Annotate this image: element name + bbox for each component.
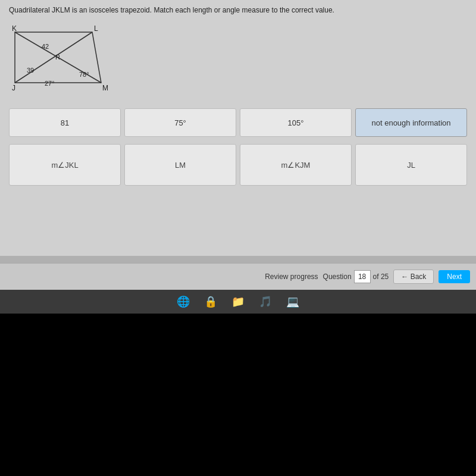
svg-text:L: L: [94, 24, 98, 33]
diagram-area: K L J M R 42 39 78° 27°: [9, 20, 467, 98]
black-space: [0, 314, 476, 476]
tile-81[interactable]: 81: [9, 108, 121, 137]
question-counter: Question 18 of 25: [323, 270, 389, 283]
svg-text:39: 39: [27, 67, 34, 74]
svg-text:27°: 27°: [45, 80, 55, 87]
bottom-bar: Review progress Question 18 of 25 ← Back…: [0, 263, 476, 290]
tile-not-enough-info[interactable]: not enough information: [355, 108, 467, 137]
question-text: Quadrilateral JKLM is an isosceles trape…: [9, 6, 467, 14]
main-content: Quadrilateral JKLM is an isosceles trape…: [0, 0, 476, 256]
review-progress-button[interactable]: Review progress: [265, 273, 318, 281]
taskbar-icon-lock[interactable]: 🔒: [202, 293, 219, 310]
drop-tiles-row: m∠JKL LM m∠KJM JL: [9, 144, 467, 186]
svg-text:R: R: [55, 54, 60, 61]
of-label: of 25: [373, 273, 389, 281]
back-button[interactable]: ← Back: [393, 270, 434, 284]
question-label: Question: [323, 273, 352, 281]
svg-text:42: 42: [42, 43, 49, 50]
trapezoid-diagram: K L J M R 42 39 78° 27°: [9, 20, 110, 98]
svg-text:K: K: [12, 24, 17, 33]
taskbar: 🌐 🔒 📁 🎵 💻: [0, 290, 476, 314]
drop-jl[interactable]: JL: [355, 144, 467, 186]
drop-lm[interactable]: LM: [124, 144, 236, 186]
taskbar-icon-system[interactable]: 💻: [284, 293, 301, 310]
drop-mkjm[interactable]: m∠KJM: [240, 144, 352, 186]
svg-text:78°: 78°: [79, 71, 89, 78]
tile-75[interactable]: 75°: [124, 108, 236, 137]
separator: [0, 256, 476, 263]
svg-text:J: J: [12, 84, 15, 92]
taskbar-icon-folder[interactable]: 📁: [230, 293, 246, 310]
answer-tiles-row: 81 75° 105° not enough information: [9, 108, 467, 137]
taskbar-icon-browser[interactable]: 🌐: [175, 293, 192, 310]
next-button[interactable]: Next: [439, 270, 470, 283]
tile-105[interactable]: 105°: [240, 108, 352, 137]
svg-text:M: M: [102, 84, 108, 92]
screen: Quadrilateral JKLM is an isosceles trape…: [0, 0, 476, 476]
drop-mjkl[interactable]: m∠JKL: [9, 144, 121, 186]
question-number: 18: [354, 270, 371, 283]
taskbar-icon-music[interactable]: 🎵: [257, 293, 274, 310]
